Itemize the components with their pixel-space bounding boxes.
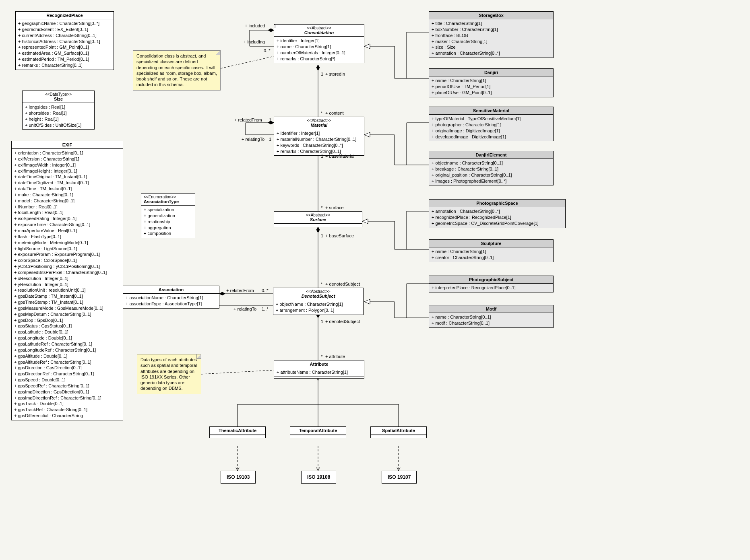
attr-line: + compesedBitsPerPixel : CharacterString… <box>14 270 120 276</box>
attr-line: + shortsides : Real[1] <box>25 110 92 116</box>
class-title: Surface <box>310 217 326 222</box>
label-mult: 1 <box>321 154 323 159</box>
class-stereo: <<DataType>> <box>25 92 92 97</box>
class-association-type: <<Enumeration>>AssociationType + special… <box>141 193 195 238</box>
attr-line: + name : CharacterString[1] <box>277 44 362 50</box>
attr-line: + gpsTimeStamp : TM_Instant[0..1] <box>14 299 120 305</box>
class-consolidation: <<Abstract>>Consolidation + identifier :… <box>274 24 364 63</box>
attr-line: + isoSpeedRating : Integer[0..1] <box>14 216 120 222</box>
class-photographic-space: PhotographicSpace + annotation : Charact… <box>429 199 566 228</box>
attr-line: + composition <box>144 231 192 237</box>
attr-line: + geometricSpace : CV_DiscreteGridPointC… <box>432 220 563 226</box>
attr-line: + xResolution : Integer[0..1] <box>14 276 120 282</box>
attr-line: + Identifier : Integer[1] <box>277 130 362 136</box>
class-attrs: + specialization+ generalization+ relati… <box>141 206 195 238</box>
label-mult: 1 <box>321 233 323 238</box>
class-stereo: <<Enumeration>> <box>144 195 192 199</box>
class-title: TemporalAttribute <box>299 428 337 433</box>
attr-line: + maxApertureValue : Real[0..1] <box>14 228 120 234</box>
class-attrs: + interpretedPlace : RecognizedPlace[0..… <box>429 284 553 292</box>
attr-line: + longsides : Real[1] <box>25 104 92 110</box>
class-title: Danjiri <box>484 70 498 75</box>
attr-line: + flash : FlashType[0..1] <box>14 234 120 240</box>
class-denoted-subject: <<Abstract>>DenotedSubject + objectName … <box>273 288 364 315</box>
attr-line: + motif : CharacterString[0..1] <box>432 320 551 326</box>
attr-line: + objectName : CharacterString[1] <box>276 301 361 307</box>
attr-line: + remarks : CharacterString[0..1] <box>18 62 111 68</box>
attr-line: + gpsDateStamp : TM_Instant[0..1] <box>14 293 120 299</box>
class-sculpture: Sculpture + name : CharacterString[1]+ c… <box>429 239 554 262</box>
label-included: + included <box>245 23 265 28</box>
class-attrs: + longsides : Real[1]+ shortsides : Real… <box>23 103 94 129</box>
class-attrs: + annotation : CharacterString[0..*]+ re… <box>429 207 565 228</box>
label-stored-in: + storedIn <box>325 72 345 76</box>
class-title: DenotedSubject <box>302 294 335 299</box>
attr-line: + gpsLatitude : Double[0..1] <box>14 329 120 335</box>
attr-line: + dateTimeDigitized : TM_Instant[0..1] <box>14 180 120 186</box>
class-stereo: <<Abstract>> <box>277 118 362 123</box>
attr-line: + frontface : BLOB <box>432 33 551 39</box>
label-related-from: + relatedFrom <box>234 117 262 122</box>
class-motif: Motif + name : CharacterString[0..1]+ mo… <box>429 305 554 328</box>
note-consolidation: Consolidation class is abstract, and spe… <box>133 50 221 91</box>
class-title: Sculpture <box>481 241 502 246</box>
attr-line: + gpsDifferenctial : CharacterString <box>14 413 120 419</box>
attr-line: + attributeName : CharacterString[1] <box>277 369 362 375</box>
attr-line: + gpsSpeedRef : CharacterString[0..1] <box>14 383 120 389</box>
class-title: DanjiriElement <box>475 152 506 157</box>
class-thematic-attribute: ThematicAttribute <box>209 426 266 438</box>
class-title: Attribute <box>310 362 329 366</box>
attr-line: + original_position : CharacterString[0.… <box>432 172 551 178</box>
class-size: <<DataType>>Size + longsides : Real[1]+ … <box>22 91 95 130</box>
class-surface: <<Abstract>>Surface <box>274 211 362 227</box>
label-relating-to: + relatingTo <box>242 137 264 142</box>
attr-line: + exifImageWidth : Integer[0..1] <box>14 162 120 168</box>
attr-line: + gpsAltitude : Double[0..1] <box>14 353 120 359</box>
label-mult: 1 <box>269 117 271 122</box>
attr-line: + numberOfMaterials : Integer[0..1] <box>277 50 362 56</box>
attr-line: + gpsTrack : Double[0..1] <box>14 401 120 407</box>
attr-line: + specialization <box>144 207 192 213</box>
class-title: Consolidation <box>304 30 334 35</box>
class-attrs: + title : CharacterString[1]+ boxNumber … <box>429 19 553 58</box>
class-association: Association + associationName : Characte… <box>123 286 219 309</box>
class-title: ThematicAttribute <box>219 428 256 433</box>
uml-canvas: RecognizedPlace + geographicName : Chara… <box>0 0 750 560</box>
label-related-from: + relatedFrom <box>226 288 254 293</box>
class-danjiri: Danjiri + name : CharacterString[1]+ per… <box>429 68 554 97</box>
attr-line: + name : CharacterString[0..1] <box>432 314 551 320</box>
class-material: <<Abstract>>Material + Identifier : Inte… <box>274 117 364 156</box>
attr-line: + currentAddress : CharacterString[0..1] <box>18 33 111 39</box>
attr-line: + orientation : CharacterString[0..1] <box>14 150 120 156</box>
attr-line: + gpsLongitude : Double[0..1] <box>14 335 120 341</box>
label-mult: * <box>321 282 322 286</box>
attr-line: + model : CharacterString[0..1] <box>14 198 120 204</box>
label-base-material: + baseMaterial <box>325 154 354 159</box>
attr-line: + breakage : CharacterString[0..1] <box>432 166 551 172</box>
attr-line: + gpsMeasureMode : GpsMeasureMode[0..1] <box>14 305 120 311</box>
attr-line: + materialNumber : CharacterString[0..1] <box>277 136 362 142</box>
class-attrs: + geographicName : CharacterString[0..*]… <box>16 19 114 70</box>
attr-line: + gpsLongitudeRef : CharacterString[0..1… <box>14 347 120 353</box>
class-title: StorageBox <box>479 13 504 18</box>
label-denoted-subject: + denotedSubject <box>325 282 360 286</box>
attr-line: + gpsImgDirection : GpsDirection[0..1] <box>14 389 120 395</box>
attr-line: + aggregation <box>144 225 192 231</box>
attr-line: + estimatedArea : GM_Surface[0..1] <box>18 50 111 56</box>
class-attribute: Attribute + attributeName : CharacterStr… <box>274 360 364 379</box>
attr-line: + exifImageHeight : Integer[0..1] <box>14 168 120 174</box>
attr-line: + gpsDirectionRef : CharacterString[0..1… <box>14 371 120 377</box>
class-attrs: + name : CharacterString[1]+ periodOfUse… <box>429 76 553 97</box>
class-title: Motif <box>486 307 496 311</box>
label-base-surface: + baseSurface <box>325 233 354 238</box>
label-mult: * <box>321 205 322 210</box>
class-title: PhotographicSpace <box>476 201 518 206</box>
attr-line: + developedImage : DigitizedImage[1] <box>432 134 551 140</box>
label-attribute: + attribute <box>325 354 345 359</box>
attr-line: + photographer : CharacterString[1] <box>432 122 551 128</box>
attr-line: + historicalAddress : CharacterString[0.… <box>18 39 111 45</box>
class-title: Size <box>54 97 63 101</box>
attr-line: + exposureTime : CharacterString[0..1] <box>14 222 120 228</box>
iso-19108: ISO 19108 <box>301 471 336 484</box>
class-title: PhotographicSubject <box>469 277 514 282</box>
